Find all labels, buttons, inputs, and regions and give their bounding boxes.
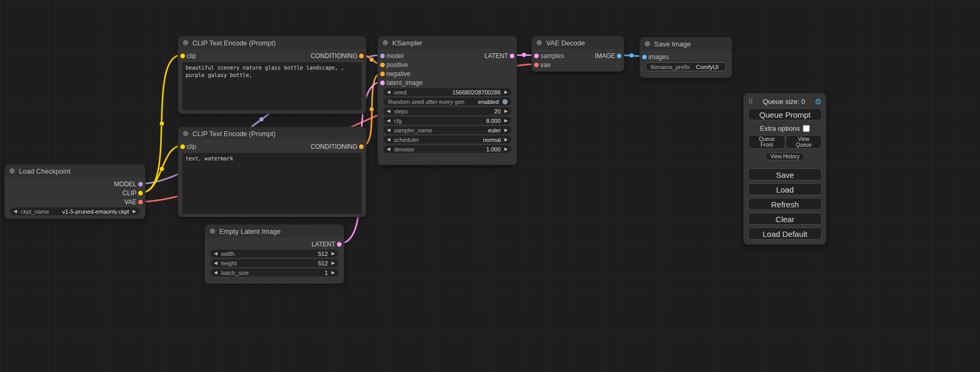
output-socket-vae[interactable] (138, 199, 143, 204)
widget-random-seed-toggle[interactable]: Random seed after every gen enabled (383, 98, 511, 106)
arrow-right-icon[interactable]: ▶ (504, 128, 508, 132)
input-socket-positive[interactable] (380, 62, 385, 67)
output-slot-latent: LATENT (205, 240, 344, 249)
node-titlebar[interactable]: Save Image (640, 37, 732, 50)
node-clip-text-encode-negative[interactable]: CLIP Text Encode (Prompt) clip CONDITION… (178, 127, 366, 217)
arrow-left-icon[interactable]: ◀ (387, 138, 390, 142)
widget-label: seed (394, 89, 406, 96)
collapse-dot-icon[interactable] (183, 131, 188, 136)
output-socket-latent[interactable] (510, 53, 515, 58)
arrow-right-icon[interactable]: ▶ (504, 119, 508, 123)
node-titlebar[interactable]: Empty Latent Image (205, 225, 344, 237)
prompt-textarea[interactable]: text, watermark (182, 153, 362, 214)
widget-label: scheduler (394, 137, 419, 143)
output-socket-model[interactable] (138, 182, 143, 186)
collapse-dot-icon[interactable] (210, 228, 215, 234)
collapse-dot-icon[interactable] (383, 40, 388, 45)
input-socket-latent-image[interactable] (380, 80, 385, 85)
arrow-right-icon[interactable]: ▶ (133, 209, 136, 214)
node-titlebar[interactable]: Load Checkpoint (5, 165, 145, 177)
arrow-left-icon[interactable]: ◀ (214, 261, 217, 265)
load-default-button[interactable]: Load Default (748, 227, 822, 240)
node-titlebar[interactable]: CLIP Text Encode (Prompt) (178, 127, 366, 140)
input-socket-negative[interactable] (380, 71, 385, 76)
output-socket-conditioning[interactable] (359, 53, 364, 58)
node-vae-decode[interactable]: VAE Decode samples IMAGE vae (531, 36, 624, 72)
widget-steps[interactable]: ◀ steps 20 ▶ (383, 107, 511, 115)
refresh-button[interactable]: Refresh (748, 198, 822, 210)
output-socket-image[interactable] (617, 53, 622, 58)
load-button[interactable]: Load (748, 183, 822, 195)
arrow-left-icon[interactable]: ◀ (387, 109, 390, 113)
collapse-dot-icon[interactable] (9, 168, 15, 174)
queue-front-button[interactable]: Queue Front (748, 135, 785, 149)
save-button[interactable]: Save (748, 168, 822, 180)
extra-options-checkbox[interactable] (803, 125, 810, 132)
clear-button[interactable]: Clear (748, 213, 822, 225)
node-empty-latent-image[interactable]: Empty Latent Image LATENT ◀ width 512 ▶ … (205, 224, 344, 284)
view-history-button[interactable]: View History (765, 152, 804, 160)
toggle-dot-icon[interactable] (502, 99, 508, 104)
arrow-left-icon[interactable]: ◀ (387, 119, 390, 123)
view-queue-button[interactable]: View Queue (785, 135, 822, 149)
node-titlebar[interactable]: CLIP Text Encode (Prompt) (178, 36, 366, 49)
input-socket-images[interactable] (642, 54, 647, 59)
widget-filename-prefix[interactable]: filename_prefix ComfyUI (645, 62, 726, 71)
arrow-right-icon[interactable]: ▶ (504, 138, 508, 142)
node-load-checkpoint[interactable]: Load Checkpoint MODEL CLIP VAE ◀ ckpt_na… (4, 164, 145, 219)
input-socket-clip[interactable] (180, 53, 185, 58)
input-label: negative (386, 70, 410, 78)
output-label: VAE (124, 198, 137, 206)
collapse-dot-icon[interactable] (645, 41, 650, 46)
widget-sampler-name[interactable]: ◀ sampler_name euler ▶ (383, 126, 511, 134)
widget-label: height (221, 260, 237, 266)
arrow-right-icon[interactable]: ▶ (332, 252, 335, 256)
input-label: clip (187, 52, 196, 60)
drag-handle-icon[interactable]: ⠿ (748, 98, 753, 105)
arrow-left-icon[interactable]: ◀ (214, 252, 217, 256)
arrow-left-icon[interactable]: ◀ (387, 90, 390, 94)
node-titlebar[interactable]: VAE Decode (532, 36, 624, 49)
node-clip-text-encode-positive[interactable]: CLIP Text Encode (Prompt) clip CONDITION… (178, 36, 366, 114)
node-title: KSampler (392, 39, 422, 47)
arrow-right-icon[interactable]: ▶ (504, 147, 508, 151)
graph-canvas[interactable]: Load Checkpoint MODEL CLIP VAE ◀ ckpt_na… (0, 0, 980, 372)
node-titlebar[interactable]: KSampler (378, 36, 517, 49)
prompt-textarea[interactable]: beautiful scenery nature glass bottle la… (182, 62, 362, 110)
arrow-left-icon[interactable]: ◀ (387, 147, 390, 151)
arrow-left-icon[interactable]: ◀ (14, 209, 17, 214)
arrow-right-icon[interactable]: ▶ (332, 261, 335, 265)
widget-ckpt-name[interactable]: ◀ ckpt_name v1-5-pruned-emaonly.ckpt ▶ (10, 207, 140, 215)
arrow-left-icon[interactable]: ◀ (387, 128, 390, 132)
arrow-left-icon[interactable]: ◀ (214, 271, 217, 275)
node-title: CLIP Text Encode (Prompt) (192, 130, 276, 138)
widget-denoise[interactable]: ◀ denoise 1.000 ▶ (383, 145, 511, 153)
arrow-right-icon[interactable]: ▶ (332, 271, 335, 275)
widget-cfg[interactable]: ◀ cfg 8.000 ▶ (383, 117, 511, 125)
node-ksampler[interactable]: KSampler model LATENT positive negative … (377, 36, 517, 165)
output-slot-vae: VAE (5, 197, 145, 206)
widget-seed[interactable]: ◀ seed 156680208700286 ▶ (383, 88, 511, 96)
gear-icon[interactable]: ⚙ (815, 98, 822, 106)
queue-prompt-button[interactable]: Queue Prompt (748, 108, 822, 120)
input-socket-vae[interactable] (534, 62, 539, 67)
output-socket-clip[interactable] (138, 190, 143, 195)
widget-width[interactable]: ◀ width 512 ▶ (210, 250, 338, 257)
output-socket-conditioning[interactable] (359, 144, 364, 149)
collapse-dot-icon[interactable] (537, 40, 542, 45)
node-save-image[interactable]: Save Image images filename_prefix ComfyU… (639, 37, 732, 78)
input-socket-model[interactable] (380, 53, 385, 58)
widget-label: batch_size (221, 270, 249, 276)
widget-height[interactable]: ◀ height 512 ▶ (210, 259, 338, 267)
input-socket-samples[interactable] (534, 53, 539, 58)
arrow-right-icon[interactable]: ▶ (504, 109, 508, 113)
widget-scheduler[interactable]: ◀ scheduler normal ▶ (383, 136, 511, 144)
input-socket-clip[interactable] (180, 144, 185, 149)
arrow-right-icon[interactable]: ▶ (504, 90, 508, 94)
wire-midpoint-dot (160, 121, 164, 126)
widget-batch-size[interactable]: ◀ batch_size 1 ▶ (210, 269, 338, 276)
queue-panel-header: ⠿ Queue size: 0 ⚙ (748, 97, 822, 106)
output-socket-latent[interactable] (337, 242, 342, 246)
input-label: clip (187, 143, 196, 150)
collapse-dot-icon[interactable] (183, 40, 188, 45)
